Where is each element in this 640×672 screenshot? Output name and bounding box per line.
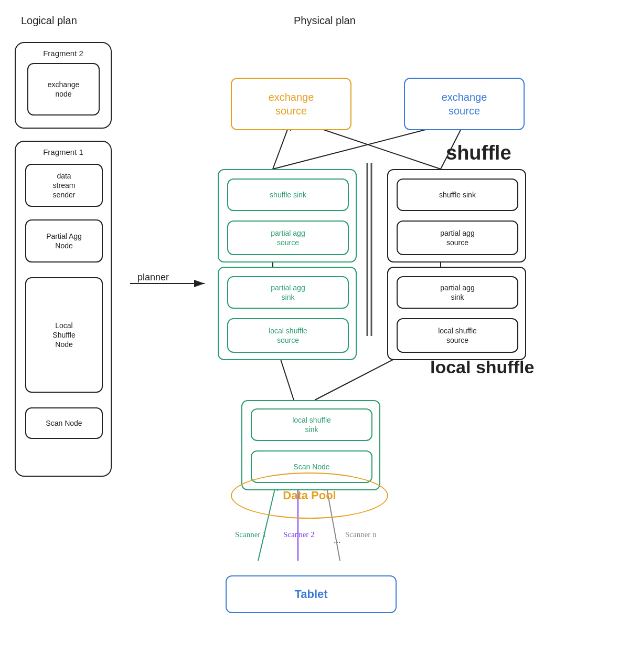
local-shuffle-node-label: Local Shuffle Node — [52, 321, 75, 350]
diagram: Logical plan Fragment 2 exchange node Fr… — [0, 0, 640, 672]
scan-node-box-logical: Scan Node — [25, 407, 103, 439]
left-partial-agg-sink-box: partial agg sink — [227, 276, 349, 309]
right-local-shuffle-source-label: local shuffle source — [438, 326, 477, 345]
scanner2-label: Scanner 2 — [283, 530, 315, 539]
scanner1-label: Scanner 1 — [235, 530, 266, 539]
data-pool: Data Pool — [231, 472, 388, 519]
left-partial-agg-source-box: partial agg source — [227, 220, 349, 255]
exchange-source-orange: exchange source — [231, 78, 351, 130]
local-shuffle-label: local shuffle — [430, 357, 534, 377]
right-partial-agg-sink-label: partial agg sink — [440, 283, 474, 302]
data-pool-label: Data Pool — [283, 488, 336, 503]
left-shuffle-sink-box: shuffle sink — [227, 178, 349, 211]
right-top-fragment: shuffle sink partial agg source — [387, 169, 526, 262]
left-partial-agg-sink-label: partial agg sink — [271, 283, 305, 302]
partial-agg-node-box: Partial Agg Node — [25, 219, 103, 262]
physical-plan-label: Physical plan — [294, 15, 356, 27]
right-shuffle-sink-label: shuffle sink — [439, 190, 476, 200]
left-shuffle-sink-label: shuffle sink — [270, 190, 306, 200]
right-partial-agg-source-box: partial agg source — [397, 220, 518, 255]
fragment2-outer: Fragment 2 exchange node — [15, 42, 112, 129]
right-local-shuffle-source-box: local shuffle source — [397, 318, 518, 353]
right-partial-agg-source-label: partial agg source — [440, 228, 474, 247]
tablet-label: Tablet — [294, 587, 327, 602]
data-stream-sender-label: data stream sender — [53, 171, 76, 200]
shuffle-label: shuffle — [446, 142, 511, 164]
fragment1-outer: Fragment 1 data stream sender Partial Ag… — [15, 141, 112, 477]
exchange-source-orange-label: exchange source — [269, 90, 314, 118]
logical-plan-label: Logical plan — [21, 15, 77, 27]
scan-node-bottom-label: Scan Node — [293, 462, 329, 471]
scan-node-label-logical: Scan Node — [46, 418, 82, 428]
bottom-local-shuffle-sink-box: local shuffle sink — [251, 408, 372, 441]
scanner-dots: ... — [334, 534, 341, 545]
left-local-shuffle-source-label: local shuffle source — [269, 326, 307, 345]
right-partial-agg-sink-box: partial agg sink — [397, 276, 518, 309]
exchange-source-blue: exchange source — [404, 78, 525, 130]
right-shuffle-sink-box: shuffle sink — [397, 178, 518, 211]
left-partial-agg-source-label: partial agg source — [271, 228, 305, 247]
left-bottom-green-fragment: partial agg sink local shuffle source — [218, 267, 357, 360]
data-stream-sender-box: data stream sender — [25, 164, 103, 207]
exchange-node-box: exchange node — [27, 63, 100, 116]
left-top-green-fragment: shuffle sink partial agg source — [218, 169, 357, 262]
left-local-shuffle-source-box: local shuffle source — [227, 318, 349, 353]
tablet-box: Tablet — [226, 575, 397, 613]
exchange-node-label: exchange node — [48, 80, 80, 99]
fragment1-title: Fragment 1 — [16, 147, 111, 158]
local-shuffle-node-box: Local Shuffle Node — [25, 277, 103, 393]
fragment2-title: Fragment 2 — [16, 48, 111, 59]
scannern-label: Scanner n — [345, 530, 377, 539]
exchange-source-blue-label: exchange source — [442, 90, 487, 118]
right-bottom-fragment: partial agg sink local shuffle source — [387, 267, 526, 360]
partial-agg-node-label: Partial Agg Node — [46, 232, 82, 250]
planner-label: planner — [137, 272, 169, 283]
bottom-local-shuffle-sink-label: local shuffle sink — [292, 415, 331, 434]
